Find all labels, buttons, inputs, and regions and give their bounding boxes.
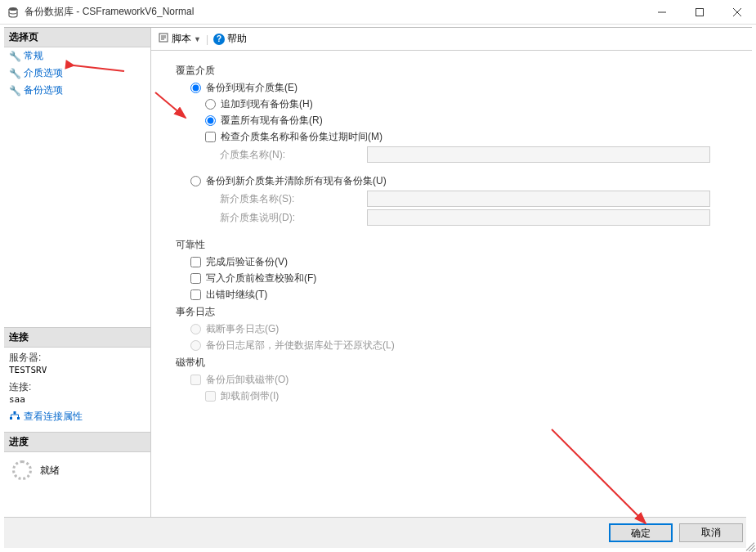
new-media-name-input <box>367 191 710 207</box>
checkbox-input <box>205 391 216 402</box>
txnlog-group: 事务日志 <box>176 305 736 319</box>
radio-input[interactable] <box>190 83 201 93</box>
connection-label: 连接: <box>9 380 145 394</box>
override-media-group: 覆盖介质 <box>176 64 736 78</box>
progress-block: 就绪 <box>4 452 150 518</box>
radio-new-media-set[interactable]: 备份到新介质集并清除所有现有备份集(U) <box>190 174 736 188</box>
wrench-icon: 🔧 <box>9 85 20 96</box>
server-label: 服务器: <box>9 351 145 365</box>
radio-input[interactable] <box>205 115 216 126</box>
nav-media-options[interactable]: 🔧 介质选项 <box>4 65 150 82</box>
svg-rect-6 <box>17 417 20 420</box>
tape-group: 磁带机 <box>176 356 736 370</box>
media-set-name-row: 介质集名称(N): <box>220 146 736 163</box>
reliability-group: 可靠性 <box>176 238 736 252</box>
radio-label: 追加到现有备份集(H) <box>221 97 313 111</box>
connection-block: 服务器: TESTSRV 连接: saa 查看连接属性 <box>4 348 150 432</box>
svg-rect-7 <box>14 411 16 414</box>
radio-input <box>190 340 201 351</box>
checkbox-label: 写入介质前检查校验和(F) <box>206 272 316 285</box>
checkbox-input[interactable] <box>190 273 201 284</box>
radio-input <box>190 324 201 334</box>
chevron-down-icon: ▼ <box>194 35 201 43</box>
wrench-icon: 🔧 <box>9 68 20 79</box>
cancel-button[interactable]: 取消 <box>679 523 743 542</box>
dialog-footer: 确定 取消 <box>4 517 746 548</box>
new-media-desc-input <box>367 209 710 226</box>
field-label: 新介质集说明(D): <box>220 211 367 225</box>
check-rewind: 卸载前倒带(I) <box>205 389 736 403</box>
server-value: TESTSRV <box>9 365 145 375</box>
checkbox-label: 备份后卸载磁带(O) <box>206 373 289 387</box>
script-dropdown[interactable]: 脚本 ▼ <box>158 32 201 46</box>
radio-input[interactable] <box>190 176 201 186</box>
radio-label: 备份到新介质集并清除所有现有备份集(U) <box>206 174 387 188</box>
help-button[interactable]: ? 帮助 <box>213 32 247 46</box>
ok-button[interactable]: 确定 <box>609 523 673 542</box>
check-unload-tape: 备份后卸载磁带(O) <box>190 373 736 387</box>
checkbox-label: 检查介质集名称和备份集过期时间(M) <box>221 130 382 144</box>
view-connection-props-link[interactable]: 查看连接属性 <box>24 410 83 424</box>
checkbox-input <box>190 375 201 385</box>
check-checksum[interactable]: 写入介质前检查校验和(F) <box>190 272 736 285</box>
progress-status: 就绪 <box>40 464 60 478</box>
nav-label: 介质选项 <box>24 66 63 80</box>
connection-header: 连接 <box>4 327 150 348</box>
nav-label: 备份选项 <box>24 83 63 97</box>
checkbox-input[interactable] <box>190 289 201 300</box>
radio-backup-tail: 备份日志尾部，并使数据库处于还原状态(L) <box>190 339 736 352</box>
svg-rect-5 <box>10 417 12 420</box>
check-verify[interactable]: 完成后验证备份(V) <box>190 255 736 269</box>
radio-label: 备份到现有介质集(E) <box>206 81 297 95</box>
checkbox-label: 完成后验证备份(V) <box>206 255 288 269</box>
svg-rect-2 <box>696 8 704 16</box>
radio-label: 覆盖所有现有备份集(R) <box>221 114 323 128</box>
connection-value: saa <box>9 394 145 405</box>
radio-backup-existing[interactable]: 备份到现有介质集(E) <box>190 81 736 95</box>
minimize-button[interactable] <box>643 0 681 25</box>
media-set-name-input <box>367 146 710 163</box>
checkbox-input[interactable] <box>205 132 216 142</box>
options-form: 覆盖介质 备份到现有介质集(E) 追加到现有备份集(H) 覆盖所有现有备份集(R… <box>151 51 752 406</box>
check-continue-on-error[interactable]: 出错时继续(T) <box>190 288 736 302</box>
main-area: 选择页 🔧 常规 🔧 介质选项 🔧 备份选项 连接 服务器: TESTSRV <box>4 27 752 518</box>
radio-label: 截断事务日志(G) <box>206 322 279 336</box>
close-button[interactable] <box>718 0 756 25</box>
script-label: 脚本 <box>172 32 191 46</box>
progress-spinner-icon <box>12 460 32 480</box>
check-media-name-expiry[interactable]: 检查介质集名称和备份集过期时间(M) <box>205 130 736 144</box>
radio-append[interactable]: 追加到现有备份集(H) <box>205 97 736 111</box>
checkbox-input[interactable] <box>190 257 201 267</box>
radio-overwrite[interactable]: 覆盖所有现有备份集(R) <box>205 114 736 128</box>
radio-truncate-log: 截断事务日志(G) <box>190 322 736 336</box>
page-nav: 🔧 常规 🔧 介质选项 🔧 备份选项 <box>4 47 150 99</box>
nav-label: 常规 <box>24 49 43 63</box>
checkbox-label: 出错时继续(T) <box>206 288 267 302</box>
select-page-header: 选择页 <box>4 28 150 47</box>
connection-props-icon <box>9 411 20 423</box>
field-label: 新介质集名称(S): <box>220 192 367 206</box>
help-label: 帮助 <box>227 32 247 46</box>
window-title: 备份数据库 - CSFrameworkV6_Normal <box>25 5 643 19</box>
content-pane: 脚本 ▼ | ? 帮助 覆盖介质 备份到现有介质集(E) 追加到现有备份集(H)… <box>151 28 752 518</box>
field-label: 介质集名称(N): <box>220 148 367 162</box>
resize-grip[interactable] <box>743 539 754 550</box>
help-icon: ? <box>213 34 225 45</box>
nav-backup-options[interactable]: 🔧 备份选项 <box>4 82 150 99</box>
content-toolbar: 脚本 ▼ | ? 帮助 <box>151 28 752 51</box>
title-bar: 备份数据库 - CSFrameworkV6_Normal <box>0 0 756 25</box>
progress-header: 进度 <box>4 432 150 452</box>
svg-point-0 <box>9 7 17 11</box>
radio-label: 备份日志尾部，并使数据库处于还原状态(L) <box>206 339 395 352</box>
maximize-button[interactable] <box>681 0 718 25</box>
sidebar: 选择页 🔧 常规 🔧 介质选项 🔧 备份选项 连接 服务器: TESTSRV <box>4 28 151 518</box>
nav-general[interactable]: 🔧 常规 <box>4 47 150 65</box>
new-media-name-row: 新介质集名称(S): <box>220 191 736 207</box>
wrench-icon: 🔧 <box>9 51 20 62</box>
script-icon <box>158 32 169 46</box>
new-media-desc-row: 新介质集说明(D): <box>220 209 736 226</box>
checkbox-label: 卸载前倒带(I) <box>221 389 279 403</box>
radio-input[interactable] <box>205 99 216 110</box>
database-icon <box>7 6 20 19</box>
